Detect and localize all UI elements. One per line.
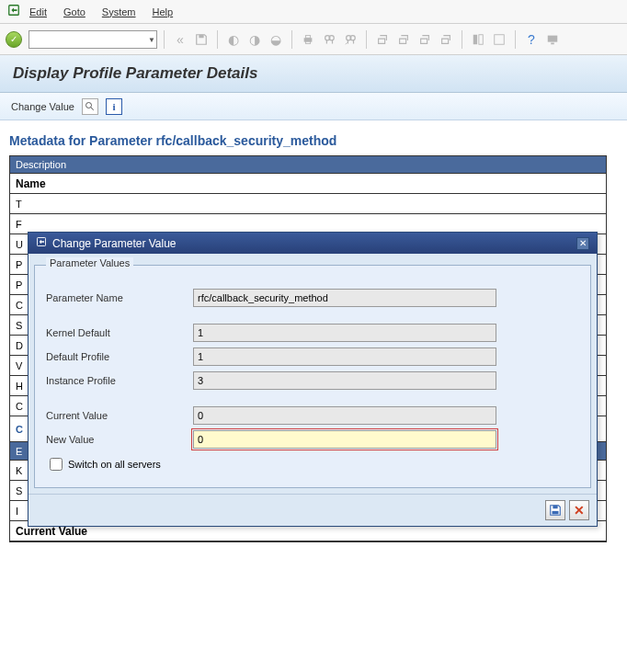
print-icon[interactable]: [299, 30, 317, 49]
save-icon[interactable]: [192, 30, 211, 49]
instance-profile-label: Instance Profile: [46, 375, 193, 386]
enter-button[interactable]: ✓: [6, 31, 22, 48]
current-value-field: [193, 406, 496, 425]
info-icon[interactable]: i: [106, 98, 122, 115]
kernel-default-field: [193, 324, 496, 342]
parameter-values-group: Parameter Values Parameter Name Kernel D…: [34, 259, 591, 488]
display-icon[interactable]: [82, 98, 98, 115]
dialog-title: Change Parameter Value: [52, 237, 177, 250]
page-title: Display Profile Parameter Details: [13, 64, 614, 83]
menu-edit[interactable]: Edit: [29, 6, 47, 17]
table-row: T: [10, 194, 606, 214]
switch-all-servers-checkbox[interactable]: [50, 458, 63, 471]
session3-icon[interactable]: [416, 30, 434, 49]
svg-rect-1: [199, 34, 203, 38]
default-profile-field: [193, 347, 496, 366]
svg-rect-16: [553, 506, 557, 509]
command-input[interactable]: [28, 30, 157, 49]
find-icon[interactable]: [320, 30, 338, 49]
svg-rect-11: [495, 34, 505, 44]
svg-rect-17: [553, 511, 559, 515]
name-row: Name: [10, 174, 606, 194]
dialog-icon: [36, 236, 47, 250]
nav1-icon[interactable]: ◐: [224, 30, 243, 49]
nav3-icon[interactable]: ◒: [267, 30, 285, 49]
new-value-label: New Value: [46, 434, 193, 445]
session1-icon[interactable]: [373, 30, 392, 49]
svg-rect-3: [305, 35, 310, 38]
svg-rect-4: [305, 40, 310, 43]
nav2-icon[interactable]: ◑: [245, 30, 264, 49]
kernel-default-label: Kernel Default: [46, 327, 193, 338]
param-name-field: [193, 289, 496, 307]
default-profile-label: Default Profile: [46, 351, 193, 362]
menu-bar: Edit Goto System Help: [0, 0, 627, 24]
monitor-icon[interactable]: [543, 30, 562, 49]
svg-rect-13: [551, 42, 554, 44]
help-icon[interactable]: ?: [522, 30, 541, 49]
title-band: Display Profile Parameter Details: [0, 55, 627, 93]
description-header: Description: [10, 156, 606, 174]
session2-icon[interactable]: [394, 30, 413, 49]
menu-help[interactable]: Help: [153, 6, 174, 17]
dialog-body: Parameter Values Parameter Name Kernel D…: [28, 254, 597, 494]
metadata-heading: Metadata for Parameter rfc/callback_secu…: [9, 133, 618, 148]
switch-all-servers-label: Switch on all servers: [68, 459, 161, 470]
current-value-label: Current Value: [46, 410, 193, 421]
layout1-icon[interactable]: [469, 30, 487, 49]
dialog-cancel-button[interactable]: ✕: [569, 500, 589, 520]
main-toolbar: ✓ ▼ « ◐ ◑ ◒ ?: [0, 24, 627, 55]
group-title: Parameter Values: [46, 257, 133, 268]
menu-goto[interactable]: Goto: [63, 6, 86, 17]
dialog-close-button[interactable]: ✕: [576, 237, 589, 250]
change-value-label[interactable]: Change Value: [11, 101, 74, 112]
instance-profile-field: [193, 371, 496, 390]
param-name-label: Parameter Name: [46, 292, 193, 303]
layout2-icon[interactable]: [490, 30, 508, 49]
back-icon[interactable]: «: [171, 30, 189, 49]
new-value-field[interactable]: [193, 430, 496, 449]
command-dropdown-icon[interactable]: ▼: [148, 35, 155, 43]
svg-rect-12: [548, 35, 558, 41]
svg-rect-9: [473, 34, 477, 44]
svg-point-14: [86, 102, 91, 108]
findnext-icon[interactable]: [341, 30, 359, 49]
sub-toolbar: Change Value i: [0, 93, 627, 120]
change-parameter-dialog: Change Parameter Value ✕ Parameter Value…: [28, 232, 598, 527]
dialog-footer: ✕: [28, 494, 597, 526]
menu-system[interactable]: System: [102, 6, 136, 17]
dialog-save-button[interactable]: [545, 500, 565, 520]
svg-rect-10: [479, 34, 483, 44]
command-field[interactable]: ▼: [28, 30, 157, 49]
session4-icon[interactable]: [437, 30, 455, 49]
dialog-titlebar: Change Parameter Value ✕: [28, 233, 597, 254]
app-icon: [7, 4, 20, 19]
